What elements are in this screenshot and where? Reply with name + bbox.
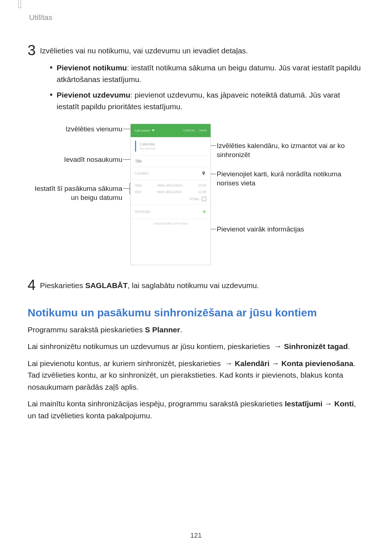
callout-line: [123, 188, 130, 189]
callout-enter-name: Ievadīt nosaukumu: [28, 155, 122, 164]
p3-strong2: Konta pievienošana: [281, 359, 353, 368]
p1-before: Programmu sarakstā pieskarieties: [28, 325, 145, 334]
arrow-icon: →: [269, 359, 281, 368]
location-row[interactable]: Location: [131, 167, 211, 180]
end-date: Wed, 26/11/2014: [141, 190, 198, 194]
figure: Izvēlēties vienumu Ievadīt nosaukumu Ies…: [28, 124, 364, 269]
tab-edge-decoration: [18, 0, 21, 8]
save-button[interactable]: SAVE: [199, 129, 207, 132]
p3-strong1: Kalendāri: [235, 359, 270, 368]
start-row[interactable]: Start Wed, 26/11/2014 10:00: [135, 184, 206, 187]
cancel-button[interactable]: CANCEL: [183, 129, 196, 132]
bullet-strong: Pievienot uzdevumu: [57, 91, 130, 99]
section-heading: Notikumu un pasākumu sinhronizēšana ar j…: [28, 307, 364, 319]
phone-mockup: Add event CANCEL SAVE Calendar My calend…: [130, 124, 211, 265]
paragraph: Lai sinhronizētu notikumus un uzdevumus …: [28, 341, 364, 353]
arrow-icon: →: [322, 399, 334, 408]
p3-before: Lai pievienotu kontus, ar kuriem sinhron…: [28, 359, 223, 368]
step4-text-before: Pieskarieties: [40, 281, 85, 290]
arrow-icon: →: [272, 342, 284, 350]
end-label: End: [135, 190, 141, 194]
p2-strong: Sinhronizēt tagad: [284, 342, 348, 350]
reminder-label: Reminder: [135, 210, 151, 214]
p4-strong2: Konti: [334, 399, 354, 408]
arrow-icon: →: [223, 359, 235, 368]
step4-strong: SAGLABĀT: [85, 281, 128, 290]
phone-header: Add event CANCEL SAVE: [131, 124, 211, 137]
p1-strong: S Planner: [145, 325, 180, 334]
callout-set-dates: Iestatīt šī pasākuma sākuma un beigu dat…: [28, 184, 122, 202]
step-3: 3 Izvēlieties vai nu notikumu, vai uzdev…: [28, 45, 364, 116]
date-block: Start Wed, 26/11/2014 10:00 End Wed, 26/…: [131, 180, 211, 205]
allday-label: All day: [189, 197, 199, 201]
allday-row[interactable]: All day: [135, 197, 206, 201]
allday-checkbox[interactable]: [202, 197, 206, 201]
bullet-item: Pievienot uzdevumu: pievienot uzdevumu, …: [50, 89, 364, 113]
paragraph: Lai pievienotu kontus, ar kuriem sinhron…: [28, 358, 364, 393]
calendar-color-bar: [135, 141, 136, 152]
callout-add-map: Pievienojiet karti, kurā norādīta notiku…: [217, 169, 347, 188]
reminder-row[interactable]: Reminder +: [131, 205, 211, 219]
step-number: 4: [28, 278, 40, 292]
p4-before: Lai mainītu konta sinhronizācijas iespēj…: [28, 399, 285, 408]
view-more-options-button[interactable]: VIEW MORE OPTIONS: [131, 219, 211, 228]
map-pin-icon[interactable]: [201, 171, 206, 176]
end-time: 11:00: [198, 190, 206, 194]
start-label: Start: [135, 184, 142, 187]
callout-line: [211, 145, 216, 146]
bullet-dot-icon: [50, 66, 52, 69]
step-number: 3: [28, 43, 40, 57]
title-row[interactable]: [131, 155, 211, 167]
bullet-dot-icon: [50, 94, 52, 96]
end-row[interactable]: End Wed, 26/11/2014 11:00: [135, 190, 206, 194]
calendar-label: Calendar: [140, 142, 156, 146]
callout-select-item: Izvēlēties vienumu: [28, 124, 122, 134]
start-time: 10:00: [198, 184, 206, 187]
p2-after: .: [348, 342, 350, 350]
plus-icon[interactable]: +: [202, 209, 206, 215]
add-event-dropdown[interactable]: Add event: [134, 129, 150, 132]
chevron-down-icon: [152, 130, 155, 131]
paragraph: Programmu sarakstā pieskarieties S Plann…: [28, 324, 364, 336]
paragraph: Lai mainītu konta sinhronizācijas iespēj…: [28, 398, 364, 422]
calendar-sub: My calendar: [140, 147, 156, 150]
breadcrumb-section: Utilītas: [29, 13, 364, 22]
callout-line: [123, 129, 130, 129]
callout-select-calendar: Izvēlēties kalendāru, ko izmantot vai ar…: [217, 141, 347, 160]
callout-line: [123, 159, 130, 160]
callout-more-info: Pievienot vairāk informācijas: [217, 225, 347, 234]
calendar-selector-row[interactable]: Calendar My calendar: [131, 137, 211, 155]
p2-before: Lai sinhronizētu notikumus un uzdevumus …: [28, 342, 272, 350]
bullet-item: Pievienot notikumu: iestatīt notikuma sā…: [50, 62, 364, 86]
title-input[interactable]: [135, 159, 206, 163]
step-4: 4 Pieskarieties SAGLABĀT, lai saglabātu …: [28, 280, 364, 292]
start-date: Wed, 26/11/2014: [142, 184, 198, 187]
p4-strong1: Iestatījumi: [285, 399, 323, 408]
bullet-strong: Pievienot notikumu: [57, 63, 127, 72]
page-number: 121: [0, 532, 392, 539]
p1-after: .: [180, 325, 182, 334]
step4-text-after: , lai saglabātu notikumu vai uzdevumu.: [128, 281, 259, 290]
step3-intro: Izvēlieties vai nu notikumu, vai uzdevum…: [40, 45, 364, 57]
callout-line: [130, 183, 130, 194]
location-label: Location: [135, 171, 149, 175]
